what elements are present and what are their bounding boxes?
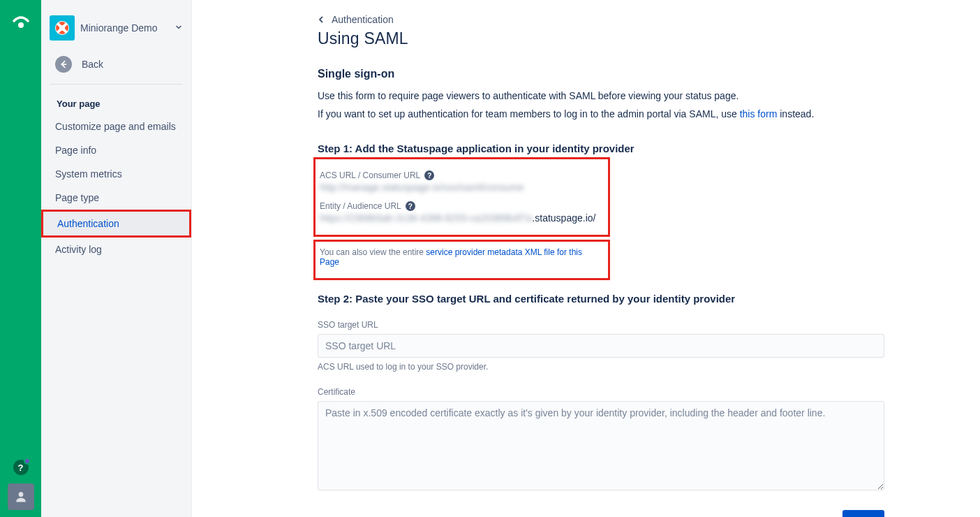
- back-arrow-icon: [55, 56, 72, 73]
- chevron-left-icon: [318, 14, 325, 25]
- sidebar-item-page-info[interactable]: Page info: [41, 138, 191, 162]
- sso-heading: Single sign-on: [318, 68, 884, 80]
- sidebar: Miniorange Demo Back Your page Customize…: [41, 0, 192, 517]
- sso-target-input[interactable]: [318, 334, 884, 358]
- sidebar-item-page-type[interactable]: Page type: [41, 186, 191, 210]
- entity-url-label: Entity / Audience URL ?: [315, 201, 608, 211]
- sso-desc-1: Use this form to require page viewers to…: [318, 89, 884, 104]
- sidebar-divider: [50, 84, 183, 85]
- svg-point-0: [18, 22, 24, 28]
- help-icon[interactable]: ?: [13, 460, 29, 475]
- save-button[interactable]: Save: [842, 510, 884, 517]
- help-tooltip-icon[interactable]: ?: [424, 170, 434, 180]
- chevron-down-icon: [175, 22, 183, 34]
- this-form-link[interactable]: this form: [740, 108, 778, 119]
- page-title: Using SAML: [318, 29, 884, 48]
- step1-highlight-box: ACS URL / Consumer URL ? http://manage.s…: [313, 157, 610, 237]
- sidebar-item-customize[interactable]: Customize page and emails: [41, 115, 191, 138]
- back-button[interactable]: Back: [41, 49, 191, 84]
- sidebar-heading: Your page: [41, 93, 191, 115]
- statuspage-logo-icon[interactable]: [10, 15, 31, 29]
- sidebar-item-authentication[interactable]: Authentication: [41, 210, 191, 238]
- breadcrumb-label: Authentication: [332, 14, 394, 25]
- sidebar-item-system-metrics[interactable]: System metrics: [41, 162, 191, 186]
- page-switcher-name: Miniorange Demo: [80, 22, 169, 34]
- sso-target-label: SSO target URL: [318, 320, 884, 330]
- notification-dot-icon: [24, 458, 31, 465]
- certificate-textarea[interactable]: [318, 401, 884, 490]
- avatar[interactable]: [8, 483, 34, 510]
- sidebar-item-activity-log[interactable]: Activity log: [41, 238, 191, 261]
- sso-target-helper: ACS URL used to log in to your SSO provi…: [318, 362, 884, 372]
- main-content: Authentication Using SAML Single sign-on…: [192, 0, 980, 517]
- metadata-highlight-box: You can also view the entire service pro…: [313, 240, 610, 280]
- help-tooltip-icon[interactable]: ?: [406, 201, 415, 211]
- sidebar-nav: Your page Customize page and emails Page…: [41, 93, 191, 261]
- certificate-label: Certificate: [318, 387, 884, 397]
- global-rail: ?: [0, 0, 41, 517]
- metadata-text: You can also view the entire service pro…: [315, 247, 608, 267]
- sso-desc-2: If you want to set up authentication for…: [318, 107, 884, 122]
- page-switcher[interactable]: Miniorange Demo: [41, 10, 191, 49]
- step2-heading: Step 2: Paste your SSO target URL and ce…: [318, 293, 884, 305]
- svg-point-1: [18, 492, 23, 497]
- step1-heading: Step 1: Add the Statuspage application i…: [318, 143, 884, 154]
- back-label: Back: [82, 59, 103, 70]
- entity-url-value: https://2368b5ab-2c38-4398-8255-ca20389b…: [315, 211, 608, 224]
- page-icon: [50, 15, 75, 41]
- breadcrumb[interactable]: Authentication: [318, 14, 884, 29]
- acs-url-label: ACS URL / Consumer URL ?: [315, 170, 608, 180]
- acs-url-value: http://manage.statuspage.io/sso/saml/con…: [315, 180, 608, 201]
